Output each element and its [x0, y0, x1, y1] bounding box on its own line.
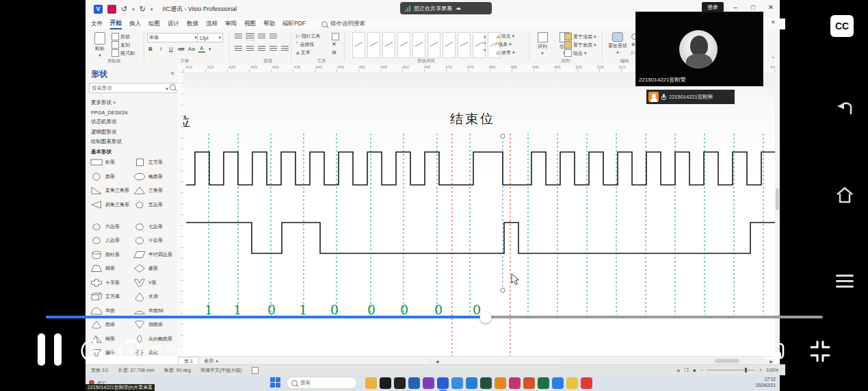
- stencil-shape-矩形[interactable]: 矩形: [90, 157, 133, 167]
- zoom-in-icon[interactable]: +: [759, 368, 762, 373]
- taskbar-icon-widgets-weather[interactable]: [365, 377, 377, 389]
- stencil-shape-菱形[interactable]: 菱形: [133, 264, 176, 273]
- stencil-shape-七边形[interactable]: 七边形: [133, 222, 176, 231]
- indent-icon[interactable]: [281, 46, 289, 52]
- bold-button[interactable]: B: [147, 46, 154, 52]
- start-button[interactable]: [270, 377, 281, 388]
- gallery-scroll[interactable]: ▴▾▾: [484, 34, 486, 52]
- close-pane-icon[interactable]: ✕: [771, 19, 776, 25]
- rectangle-tool-button[interactable]: [332, 33, 339, 40]
- taskbar-search[interactable]: 搜索: [287, 377, 357, 389]
- taskbar-icon-visio[interactable]: [437, 377, 449, 389]
- font-size-select[interactable]: 12pt▾: [197, 33, 223, 42]
- shape-category-更多形状[interactable]: 更多形状 >: [91, 99, 127, 106]
- taskbar-icon-app-dark-1[interactable]: [380, 377, 391, 389]
- stencil-shape-平行四边形[interactable]: 平行四边形: [133, 250, 176, 260]
- shape-style-swatch[interactable]: [352, 32, 365, 58]
- stencil-shape-半圆[interactable]: 半圆: [90, 306, 133, 316]
- switch-windows-icon[interactable]: ❐: [684, 368, 688, 373]
- ribbon-tab-插入[interactable]: 插入: [129, 20, 141, 28]
- ribbon-tab-审阅[interactable]: 审阅: [225, 20, 237, 28]
- stencil-shape-梯形[interactable]: 梯形: [90, 264, 133, 273]
- spacing-icon[interactable]: [269, 46, 277, 52]
- vertical-scrollbar[interactable]: [775, 65, 780, 356]
- taskbar-icon-qq[interactable]: [581, 377, 592, 389]
- shape-category-逻辑图形状[interactable]: 逻辑图形状: [91, 129, 127, 136]
- menu-button[interactable]: [835, 273, 854, 290]
- shape-style-swatch[interactable]: [428, 32, 440, 58]
- macro-record-icon[interactable]: ●: [692, 367, 696, 374]
- stencil-shape-圆形[interactable]: 圆形: [90, 172, 133, 181]
- stencil-shape-圆柱形[interactable]: 圆柱形: [90, 250, 133, 260]
- align-left-icon[interactable]: [235, 34, 242, 40]
- shape-style-swatch[interactable]: [458, 32, 471, 58]
- zoom-slider[interactable]: [707, 370, 755, 370]
- font-family-select[interactable]: 宋体▾: [147, 33, 199, 42]
- stencil-shape-十字形[interactable]: 十字形: [90, 278, 133, 288]
- hscroll-thumb[interactable]: [715, 359, 739, 363]
- ribbon-tab-视图[interactable]: 视图: [244, 20, 256, 28]
- stencil-shape-椭圆形[interactable]: 椭圆形: [133, 172, 176, 181]
- login-button[interactable]: 登录: [702, 2, 724, 12]
- status-page[interactable]: 页面 1/1: [91, 367, 109, 374]
- restore-button[interactable]: □: [747, 3, 759, 11]
- taskbar-icon-browser-blue[interactable]: [451, 377, 463, 389]
- taskbar-icon-app-orange[interactable]: [495, 377, 506, 389]
- webcam-overlay[interactable]: 2215014221贺刚荣: [636, 12, 763, 86]
- fit-page-icon[interactable]: ⧈: [677, 368, 680, 373]
- group-button[interactable]: 组合▾: [564, 49, 587, 57]
- taskbar-icon-app-w-green[interactable]: [480, 377, 492, 389]
- align-middle-icon[interactable]: [246, 46, 254, 52]
- stamp-tool-button[interactable]: ⊞: [332, 49, 337, 55]
- stencil-shape-正方形[interactable]: 正方形: [133, 157, 176, 167]
- bring-to-front-button[interactable]: 置于顶层▾: [564, 33, 596, 40]
- exit-fullscreen-button[interactable]: [808, 339, 832, 366]
- align-center-icon[interactable]: [246, 34, 254, 40]
- stencil-shape-八边形[interactable]: 八边形: [90, 236, 133, 245]
- ribbon-tab-福昕PDF[interactable]: 福昕PDF: [282, 20, 306, 28]
- undo-caret-icon[interactable]: ▾: [132, 7, 135, 12]
- drawing-canvas[interactable]: 结束位 位 110100000: [183, 72, 775, 356]
- ribbon-tab-数据[interactable]: 数据: [187, 20, 198, 28]
- bullets-icon[interactable]: [269, 34, 277, 40]
- zoom-percent[interactable]: 100%: [766, 368, 778, 373]
- shape-style-swatch[interactable]: [367, 32, 380, 58]
- taskbar-icon-powerpoint[interactable]: [523, 377, 535, 389]
- stencil-shape-直角三角形[interactable]: 直角三角形: [90, 186, 133, 195]
- arrange-button[interactable]: 排列▾: [532, 32, 553, 56]
- redo-icon[interactable]: ↻: [140, 5, 146, 14]
- stencil-shape-V形[interactable]: V形: [133, 278, 176, 288]
- pause-button[interactable]: [38, 333, 65, 366]
- shape-category-绘制图表形状[interactable]: 绘制图表形状: [91, 138, 127, 145]
- minimize-button[interactable]: –: [729, 3, 741, 11]
- tell-me-search[interactable]: 操作说明搜索: [321, 20, 365, 28]
- taskbar-clock[interactable]: 17:12 2024/2/21: [756, 376, 776, 388]
- home-button[interactable]: [834, 185, 855, 205]
- taskbar-icon-app-dark-v[interactable]: [394, 377, 406, 389]
- send-to-back-button[interactable]: 置于底层▾: [564, 41, 596, 49]
- line-button[interactable]: ∕线条▾: [496, 41, 512, 48]
- stencil-shape-立方体[interactable]: 立方体: [90, 292, 133, 301]
- ribbon-tab-流程[interactable]: 流程: [206, 20, 218, 28]
- rewind-5s-button[interactable]: 5: [78, 337, 105, 364]
- pointer-tool-button[interactable]: ▷指针工具: [296, 33, 320, 40]
- text-tool-button[interactable]: A文本: [296, 49, 311, 56]
- close-button[interactable]: ✕: [765, 3, 777, 11]
- shape-search-input[interactable]: 搜索形状 ▾: [89, 83, 179, 93]
- format-painter-button[interactable]: 格式刷: [111, 49, 135, 57]
- stencil-shape-六边形[interactable]: 六边形: [90, 222, 133, 231]
- all-pages-button[interactable]: 全部▴: [199, 357, 223, 364]
- qat-customize-caret-icon[interactable]: ▾: [150, 7, 153, 12]
- font-color-button[interactable]: A: [198, 45, 205, 53]
- ribbon-tab-绘图[interactable]: 绘图: [148, 20, 160, 28]
- shape-style-swatch[interactable]: [412, 32, 425, 58]
- change-shape-button[interactable]: 更改形状▾: [605, 32, 630, 55]
- effects-button[interactable]: ◎效果▾: [496, 49, 515, 56]
- copy-button[interactable]: 复制: [111, 41, 130, 49]
- underline-button[interactable]: U: [168, 46, 174, 52]
- paste-button[interactable]: 粘贴▾: [90, 32, 110, 58]
- horizontal-scrollbar[interactable]: [561, 358, 766, 364]
- stencil-shape-水滴[interactable]: 水滴: [133, 292, 176, 301]
- vscroll-thumb[interactable]: [776, 188, 779, 210]
- collapse-ribbon-icon[interactable]: ⌄: [771, 53, 776, 60]
